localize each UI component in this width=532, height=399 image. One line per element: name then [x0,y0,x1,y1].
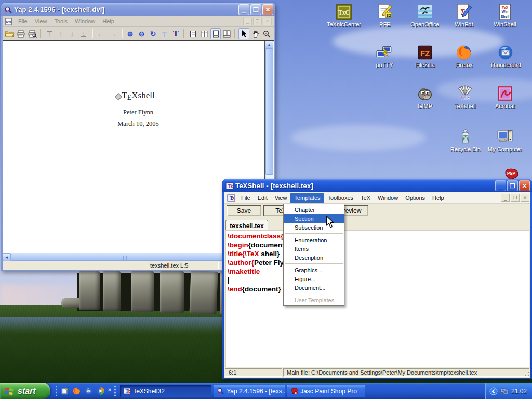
page-first-button[interactable]: ↑ [44,28,55,39]
scroll-thumb[interactable] [11,254,240,261]
zoom-in-button[interactable]: ⊕ [125,28,136,39]
texshell-menu-options[interactable]: Options [402,193,429,203]
mouse-cursor-icon [325,216,334,230]
menu-item-items[interactable]: Items [284,244,344,253]
mdi-close-button[interactable]: ✕ [521,194,529,202]
clock: 21:02 [511,388,527,395]
network-status-icon[interactable] [500,387,509,395]
texshell-close-button[interactable]: ✕ [519,180,530,191]
desktop-icon-acrobat[interactable]: Acrobat [485,85,525,109]
taskbar-button-yap-2-4-1596-texs-[interactable]: Yap 2.4.1596 - [texs... [214,385,285,397]
yap-menu-window[interactable]: Window [71,17,99,25]
texshell-titlebar[interactable]: T TeXShell - [texshell.tex] _ ❐ ✕ [222,179,532,192]
toolbar-grip[interactable] [114,386,116,396]
texshell-menu-templates[interactable]: Templates [290,193,324,203]
taskbar-button-texshell32[interactable]: TTeXShell32 [120,385,211,397]
open-button[interactable] [4,28,15,39]
scroll-thumb[interactable] [265,49,273,175]
texshell-menu-view[interactable]: View [271,193,291,203]
save-button[interactable]: Save [227,205,261,216]
menu-item-document-[interactable]: Document... [284,283,344,292]
mdi-close-button[interactable]: ✕ [263,18,272,25]
desktop-icon-filezilla[interactable]: FZ FileZilla [405,44,445,68]
desktop-icon-texniccenter[interactable]: TxC TeXnicCenter [324,3,364,28]
menu-item-figure-[interactable]: Figure... [284,274,344,283]
desktop-icon-gimp[interactable]: GIMP [405,85,445,109]
scroll-left-button[interactable]: ◄ [3,253,11,261]
yap-menu-file[interactable]: File [15,17,31,25]
tool-hand-button[interactable] [250,28,261,39]
tool-pointer-button[interactable] [238,28,249,39]
yap-minimize-button[interactable]: _ [238,4,249,15]
quicklaunch-thunderbird-icon[interactable] [84,387,93,395]
text-outline-button[interactable]: T [159,28,170,39]
print-button[interactable] [16,28,26,39]
desktop-icon-my-computer[interactable]: My Computer [485,128,525,152]
view-single-ruler-button[interactable] [210,28,221,39]
desktop-icon-thunderbird[interactable]: Thunderbird [486,44,525,68]
start-button[interactable]: start [0,383,50,399]
start-label: start [18,387,36,396]
view-single-button[interactable] [188,28,198,39]
editor-line: \begin{document} [228,241,529,249]
overflow-chevron-icon[interactable]: » [108,386,111,392]
desktop-icon-openoffice[interactable]: OpenOffice [405,3,445,28]
texshell-minimize-button[interactable]: _ [495,180,506,191]
desktop-icon-recycle-bin[interactable]: Recycle Bin [446,128,485,152]
desktop-icon-texshell[interactable]: TEX TeXshell [445,85,485,109]
quicklaunch-media-player-icon[interactable] [96,387,105,395]
texshell-menu-edit[interactable]: Edit [254,193,271,203]
texshell-icon: TEX [456,85,474,102]
text-bold-button[interactable]: T [170,28,181,39]
texshell-menu-tex[interactable]: TeX [357,193,374,203]
menu-item-subsection[interactable]: Subsection [284,223,344,232]
desktop-icon-winedt[interactable]: Σ WinEdt [444,3,484,28]
print-preview-button[interactable] [27,28,38,39]
scroll-up-button[interactable]: ▲ [265,41,273,49]
texshell-menu-file[interactable]: File [237,193,254,203]
menu-item-section[interactable]: Section [284,214,344,223]
desktop-icon-putty[interactable]: puTTY [365,44,404,68]
quicklaunch-firefox-icon[interactable] [72,387,81,395]
yap-menu-help[interactable]: Help [99,17,118,25]
yap-maximize-button[interactable]: ❐ [250,4,261,15]
yap-close-button[interactable]: ✕ [262,4,273,15]
texshell-menu-help[interactable]: Help [429,193,448,203]
mdi-restore-button[interactable]: ❐ [253,18,262,25]
texshell-menu-toolboxes[interactable]: Toolboxes [324,193,357,203]
zoom-out-button[interactable]: ⊖ [136,28,147,39]
desktop-icon-pfe[interactable]: 32 PFE [365,3,405,28]
cursor-position: 6:1 [225,368,282,377]
menu-item-graphics-[interactable]: Graphics... [284,265,344,274]
page-prev-button[interactable]: ↑ [56,28,66,39]
texshell-editor[interactable]: \documentclass{\begin{document}\title{\T… [225,230,529,367]
gimp-icon [416,85,434,102]
resize-grip[interactable] [524,371,530,377]
tool-zoom-button[interactable] [261,28,272,39]
quicklaunch-show-desktop-icon[interactable] [60,387,69,395]
view-double-ruler-button[interactable] [221,28,232,39]
toolbar-grip[interactable] [56,386,57,396]
mdi-minimize-button[interactable]: _ [243,18,252,25]
back-button[interactable]: ← [95,28,107,39]
desktop-icon-firefox[interactable]: Firefox [444,44,484,68]
menu-item-chapter[interactable]: Chapter [284,205,344,214]
yap-titlebar[interactable]: Yap 2.4.1596 - [texshell.dvi] _ ❐ ✕ [1,3,275,16]
yap-menu-tools[interactable]: Tools [50,17,71,25]
menu-item-enumeration[interactable]: Enumeration [284,235,344,244]
mdi-minimize-button[interactable]: _ [501,194,510,202]
texshell-menu-window[interactable]: Window [374,193,402,203]
forward-button[interactable]: → [107,28,118,39]
refresh-button[interactable]: ↻ [148,28,158,39]
texshell-maximize-button[interactable]: ❐ [507,180,518,191]
page-last-button[interactable]: ↓ [78,28,89,39]
view-continuous-button[interactable] [199,28,210,39]
page-next-button[interactable]: ↓ [67,28,78,39]
desktop-icon-winshell[interactable]: TeXWinShell WinShell [485,3,525,28]
yap-menu-view[interactable]: View [31,17,51,25]
texshell-app-icon: T [225,182,234,190]
tray-collapse-chevron-icon[interactable] [489,387,498,395]
taskbar-button-jasc-paint-shop-pro[interactable]: 8Jasc Paint Shop Pro [287,385,365,397]
menu-item-description[interactable]: Description [284,253,344,262]
mdi-restore-button[interactable]: ❐ [511,194,520,202]
